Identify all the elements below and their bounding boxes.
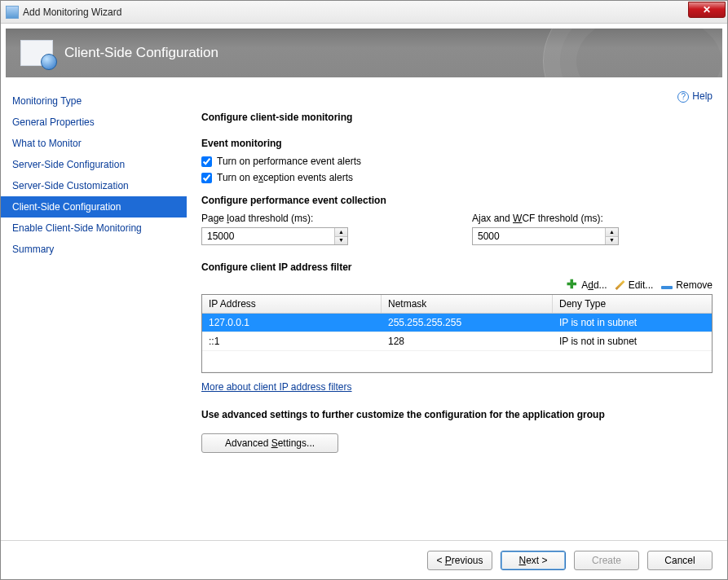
threshold-fields: Page load threshold (ms): ▲ ▼ Ajax and W… <box>201 213 713 245</box>
sidebar-item-summary[interactable]: Summary <box>1 239 187 260</box>
ajax-spin-up[interactable]: ▲ <box>606 228 618 237</box>
exception-alerts-checkbox[interactable] <box>201 173 212 183</box>
previous-button[interactable]: < Previous <box>427 551 492 570</box>
banner-decoration <box>543 29 722 77</box>
more-link[interactable]: More about client IP address filters <box>201 381 352 393</box>
advanced-heading: Use advanced settings to further customi… <box>201 409 713 420</box>
page-load-spinbuttons: ▲ ▼ <box>334 228 347 244</box>
banner-caption: Client-Side Configuration <box>64 45 218 61</box>
sidebar-item-client-side-configuration[interactable]: Client-Side Configuration <box>1 196 187 218</box>
sidebar-item-server-side-configuration[interactable]: Server-Side Configuration <box>1 154 187 175</box>
add-icon: ✚ <box>567 279 578 291</box>
ipfilter-heading: Configure client IP address filter <box>201 261 713 273</box>
remove-label: Remove <box>676 279 713 291</box>
cell-netmask: 255.255.255.255 <box>382 314 553 332</box>
sidebar-item-enable-client-side-monitoring[interactable]: Enable Client-Side Monitoring <box>1 218 187 239</box>
cell-deny: IP is not in subnet <box>553 314 712 332</box>
edit-label: Edit... <box>629 279 654 291</box>
app-icon <box>6 6 19 19</box>
page-title: Configure client-side monitoring <box>201 112 713 123</box>
advanced-settings-button[interactable]: Advanced Settings... <box>201 433 338 453</box>
close-icon: ✕ <box>703 4 711 15</box>
event-monitoring-heading: Event monitoring <box>201 138 713 149</box>
help-link[interactable]: ?Help <box>677 90 713 103</box>
table-row[interactable]: 127.0.0.1 255.255.255.255 IP is not in s… <box>202 314 712 332</box>
edit-icon <box>615 280 624 290</box>
table-header: IP Address Netmask Deny Type <box>202 295 712 314</box>
wizard-window: Add Monitoring Wizard ✕ Client-Side Conf… <box>0 0 728 580</box>
content-pane: ?Help Configure client-side monitoring E… <box>187 82 727 540</box>
remove-icon <box>661 286 673 289</box>
sidebar-item-monitoring-type[interactable]: Monitoring Type <box>1 90 187 112</box>
ajax-spinbuttons: ▲ ▼ <box>605 228 618 244</box>
page-load-spin-down[interactable]: ▼ <box>335 237 347 245</box>
sidebar-item-what-to-monitor[interactable]: What to Monitor <box>1 133 187 154</box>
cell-ip: ::1 <box>202 332 382 350</box>
ajax-label: Ajax and WCF threshold (ms): <box>472 213 619 224</box>
page-load-spinner: ▲ ▼ <box>201 227 348 245</box>
page-load-input[interactable] <box>202 228 334 244</box>
perf-collection-heading: Configure performance event collection <box>201 195 713 206</box>
wizard-footer: < Previous Next > Create Cancel <box>1 540 727 579</box>
col-ip[interactable]: IP Address <box>202 295 382 313</box>
col-deny[interactable]: Deny Type <box>553 295 712 313</box>
add-button[interactable]: ✚ Add... <box>567 279 607 291</box>
page-load-label: Page load threshold (ms): <box>201 213 348 224</box>
sidebar-item-general-properties[interactable]: General Properties <box>1 112 187 133</box>
cell-ip: 127.0.0.1 <box>202 314 382 332</box>
sidebar: Monitoring Type General Properties What … <box>1 82 187 540</box>
titlebar: Add Monitoring Wizard ✕ <box>1 1 727 24</box>
performance-alerts-label: Turn on performance event alerts <box>217 156 361 167</box>
help-icon: ? <box>677 91 689 103</box>
page-load-field: Page load threshold (ms): ▲ ▼ <box>201 213 348 245</box>
cell-netmask: 128 <box>382 332 553 350</box>
cancel-button[interactable]: Cancel <box>647 551 713 570</box>
performance-alerts-checkbox[interactable] <box>201 156 212 167</box>
ipfilter-table: IP Address Netmask Deny Type 127.0.0.1 2… <box>201 294 713 373</box>
next-button[interactable]: Next > <box>501 551 566 570</box>
add-label: Add... <box>581 279 607 291</box>
window-title: Add Monitoring Wizard <box>23 7 121 18</box>
create-button: Create <box>574 551 639 570</box>
page-load-spin-up[interactable]: ▲ <box>335 228 347 237</box>
ajax-spinner: ▲ ▼ <box>472 227 619 245</box>
exception-alerts-label: Turn on exception events alerts <box>217 172 353 183</box>
banner-icon <box>20 40 53 66</box>
ajax-input[interactable] <box>473 228 605 244</box>
performance-alerts-row: Turn on performance event alerts <box>201 156 713 167</box>
edit-button[interactable]: Edit... <box>615 279 654 291</box>
banner: Client-Side Configuration <box>6 29 722 77</box>
exception-alerts-row: Turn on exception events alerts <box>201 172 713 183</box>
cell-deny: IP is not in subnet <box>553 332 712 350</box>
table-row-empty <box>202 351 712 372</box>
ipfilter-toolbar: ✚ Add... Edit... Remove <box>201 279 713 291</box>
ajax-field: Ajax and WCF threshold (ms): ▲ ▼ <box>472 213 619 245</box>
close-button[interactable]: ✕ <box>688 2 726 18</box>
wizard-body: Monitoring Type General Properties What … <box>1 82 727 540</box>
col-netmask[interactable]: Netmask <box>382 295 553 313</box>
ajax-spin-down[interactable]: ▼ <box>606 237 618 245</box>
help-label: Help <box>692 90 713 102</box>
remove-button[interactable]: Remove <box>661 279 713 291</box>
sidebar-item-server-side-customization[interactable]: Server-Side Customization <box>1 175 187 196</box>
table-row[interactable]: ::1 128 IP is not in subnet <box>202 332 712 351</box>
